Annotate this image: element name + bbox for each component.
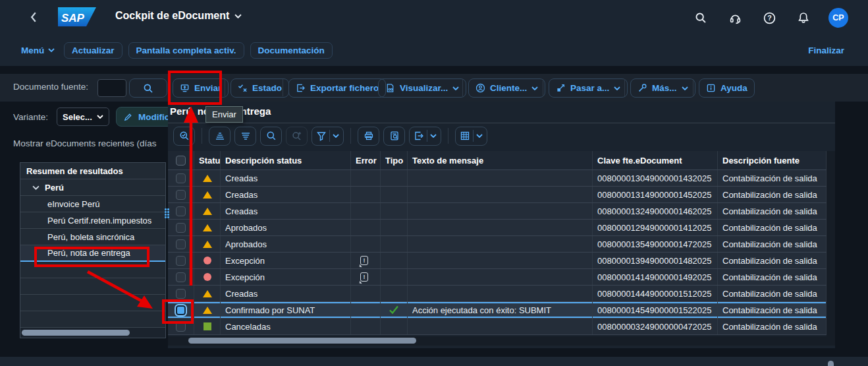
sort-descending-button[interactable]: [234, 127, 256, 146]
table-row[interactable]: Excepción!008000014149000001492025Contab…: [168, 269, 827, 286]
row-select-cell[interactable]: [168, 286, 194, 301]
search-button[interactable]: [692, 9, 710, 27]
notifications-button[interactable]: [794, 9, 813, 27]
tree-empty-row: [20, 295, 165, 311]
table-row[interactable]: Aprobados008000013549000001472025Contabi…: [168, 236, 827, 253]
tree-item[interactable]: Perú, boleta sincrónica: [20, 229, 165, 245]
menubar-button[interactable]: Pantalla completa activ.: [128, 42, 244, 59]
filter-button[interactable]: [312, 127, 344, 146]
sort-ascending-button[interactable]: [209, 127, 231, 146]
source-search-button[interactable]: [129, 78, 167, 98]
grid-horizontal-scrollbar[interactable]: [168, 336, 835, 346]
row-select-cell[interactable]: [168, 319, 194, 334]
select-all-checkbox[interactable]: [176, 156, 186, 166]
finalizar-button[interactable]: Finalizar: [808, 46, 844, 55]
status-cell: [194, 220, 221, 235]
tree-scrollbar-thumb[interactable]: [22, 330, 130, 336]
column-header-descripcion-fuente[interactable]: Descripción fuente: [718, 151, 827, 169]
row-select-cell[interactable]: [168, 203, 194, 219]
error-log-icon[interactable]: !: [360, 256, 368, 265]
row-checkbox[interactable]: [175, 304, 187, 317]
row-checkbox[interactable]: [176, 239, 186, 249]
row-select-cell[interactable]: [168, 220, 194, 235]
print-preview-button[interactable]: [383, 127, 405, 146]
table-row[interactable]: Canceladas008000003249000000472025Contab…: [168, 319, 827, 335]
variante-select[interactable]: Selec...: [57, 107, 109, 126]
status-cell: [194, 203, 221, 219]
menubar-button[interactable]: Actualizar: [64, 42, 122, 59]
row-checkbox[interactable]: [176, 272, 186, 282]
row-select-cell[interactable]: [168, 253, 194, 268]
panel-splitter-grip[interactable]: [165, 208, 170, 219]
cliente-button[interactable]: Cliente...: [468, 78, 545, 98]
menubar-button[interactable]: Documentación: [250, 42, 333, 59]
chevron-down-icon: [32, 185, 40, 190]
table-views-button[interactable]: [455, 127, 487, 146]
grid-vertical-scrollbar[interactable]: [827, 151, 835, 336]
row-checkbox[interactable]: [176, 322, 186, 332]
estado-button[interactable]: Estado: [231, 78, 289, 98]
pencil-icon: [123, 112, 133, 122]
modificar-button[interactable]: Modifica: [116, 107, 168, 127]
column-header-texto-mensaje[interactable]: Texto de mensaje: [408, 151, 593, 169]
row-checkbox[interactable]: [176, 289, 186, 299]
row-select-cell[interactable]: [168, 187, 194, 202]
source-document-input[interactable]: [97, 79, 126, 97]
exportar-fichero-button[interactable]: Exportar fichero: [288, 78, 386, 98]
edocument-grid-panel: Perú, nota de entrega: [168, 102, 835, 348]
tree-group-peru[interactable]: Perú: [20, 179, 165, 196]
column-header-status[interactable]: Status: [194, 151, 221, 169]
grid-vscrollbar-thumb[interactable]: [828, 361, 834, 366]
visualizar-button[interactable]: Visualizar...: [378, 78, 466, 98]
table-row[interactable]: Creadas008000014449000001512025Contabili…: [168, 286, 827, 302]
row-select-cell[interactable]: [168, 170, 194, 186]
row-checkbox[interactable]: [176, 223, 186, 233]
table-row[interactable]: Creadas008000013049000001432025Contabili…: [168, 170, 827, 187]
check-entries-button[interactable]: [173, 127, 195, 146]
error-cell[interactable]: !: [351, 269, 381, 285]
find-button[interactable]: [260, 127, 282, 146]
enviar-button[interactable]: Enviar: [173, 78, 229, 98]
back-button[interactable]: [26, 9, 41, 25]
table-row[interactable]: Confirmado por SUNATAcción ejecutada con…: [168, 302, 827, 319]
fuente-cell: Contabilización de salida: [718, 236, 827, 252]
table-row[interactable]: Excepción!008000013949000001482025Contab…: [168, 253, 827, 269]
print-button[interactable]: [358, 127, 379, 146]
export-button[interactable]: [409, 127, 441, 146]
row-select-cell[interactable]: [168, 302, 194, 318]
select-all-cell[interactable]: [168, 151, 194, 169]
error-cell: [351, 170, 381, 186]
tree-item[interactable]: Perú, nota de entrega: [20, 245, 165, 262]
error-cell[interactable]: !: [351, 253, 381, 268]
table-row[interactable]: Creadas008000013149000001452025Contabili…: [168, 187, 827, 203]
row-checkbox[interactable]: [176, 173, 186, 183]
support-button[interactable]: [726, 9, 744, 27]
tree-item[interactable]: eInvoice Perú: [20, 196, 165, 212]
column-header-clave[interactable]: Clave fte.eDocument: [593, 151, 718, 169]
clave-cell: 008000003249000000472025: [593, 319, 718, 334]
row-checkbox[interactable]: [176, 190, 186, 200]
menu-dropdown[interactable]: Menú: [21, 46, 55, 55]
pasar-a-button[interactable]: Pasar a...: [549, 78, 628, 98]
tree-item[interactable]: Perú Certif.reten.impuestos: [20, 212, 165, 229]
table-row[interactable]: Creadas008000013249000001462025Contabili…: [168, 203, 827, 220]
column-header-error[interactable]: Error: [351, 151, 381, 169]
mas-button[interactable]: Más...: [630, 78, 695, 98]
app-title[interactable]: Cockpit de eDocument: [115, 10, 242, 22]
error-log-icon[interactable]: !: [360, 272, 368, 282]
column-header-tipo[interactable]: Tipo: [381, 151, 408, 169]
help-button[interactable]: ?: [760, 9, 778, 27]
tree-horizontal-scrollbar[interactable]: [20, 328, 165, 338]
table-row[interactable]: Aprobados008000012949000001412025Contabi…: [168, 220, 827, 236]
row-checkbox[interactable]: [176, 256, 186, 266]
grid-hscrollbar-thumb[interactable]: [188, 338, 416, 344]
avatar[interactable]: CP: [828, 8, 848, 28]
warning-status-icon: [203, 208, 212, 215]
column-header-descripcion-status[interactable]: Descripción status: [221, 151, 351, 169]
shell-bar: SAP Cockpit de eDocument ? CP: [0, 0, 868, 34]
row-checkbox[interactable]: [176, 206, 186, 216]
ayuda-button[interactable]: Ayuda: [699, 78, 755, 98]
row-select-cell[interactable]: [168, 269, 194, 285]
row-select-cell[interactable]: [168, 236, 194, 252]
toolbar-separator: [283, 79, 283, 96]
